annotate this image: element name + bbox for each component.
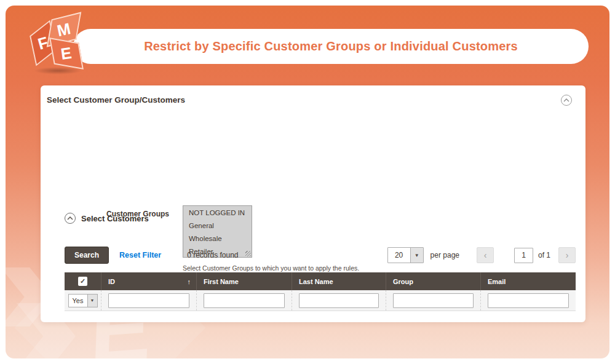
caret-down-icon[interactable]: ▼: [410, 248, 423, 263]
grid-header-group[interactable]: Group: [386, 272, 480, 290]
header-banner: Restrict by Specific Customer Groups or …: [73, 29, 589, 64]
filter-cell-email: [480, 290, 576, 311]
filter-cell-last-name: [292, 290, 386, 311]
chevron-right-icon: ›: [566, 250, 569, 260]
customer-group-option[interactable]: NOT LOGGED IN: [183, 206, 252, 219]
select-customers-header: Select Customers: [65, 213, 149, 224]
per-page-select[interactable]: 20 ▼: [387, 247, 424, 263]
grid-header-row: ✓ ID ↑ First Name Last Name Group Email: [65, 272, 576, 290]
pagination-controls: 20 ▼ per page ‹ of 1 ›: [387, 247, 576, 263]
grid-header-email[interactable]: Email: [480, 272, 576, 290]
logo-shadow: [34, 67, 82, 74]
reset-filter-link[interactable]: Reset Filter: [119, 251, 161, 259]
filter-cell-group: [386, 290, 480, 311]
grid-header-select-all[interactable]: ✓: [65, 272, 101, 290]
screenshot-root: E Restrict by Specific Customer Groups o…: [0, 0, 615, 364]
records-found-text: 0 records found: [187, 251, 238, 259]
grid-header-last-name[interactable]: Last Name: [292, 272, 386, 290]
page-background: E Restrict by Specific Customer Groups o…: [6, 6, 609, 358]
group-filter-input[interactable]: [393, 293, 474, 308]
select-all-checkbox[interactable]: ✓: [78, 277, 87, 286]
fme-logo: F M E: [26, 15, 90, 79]
chevron-up-icon: [67, 216, 73, 220]
logo-face-e: E: [49, 38, 84, 69]
chevron-left-icon: ‹: [484, 250, 487, 260]
per-page-value: 20: [388, 248, 410, 263]
grid-header-id[interactable]: ID ↑: [101, 272, 196, 290]
grid-toolbar: Search Reset Filter 0 records found 20 ▼…: [65, 247, 576, 264]
id-filter-input[interactable]: [108, 293, 189, 308]
search-button[interactable]: Search: [65, 247, 109, 264]
page-number-input[interactable]: [514, 248, 533, 263]
select-customer-group-panel: Select Customer Group/Customers Customer…: [41, 85, 585, 322]
customer-group-option[interactable]: General: [183, 219, 252, 232]
sort-asc-icon: ↑: [188, 278, 191, 285]
customer-groups-help-text: Select Customer Groups to which you want…: [183, 264, 359, 272]
chevron-up-icon: [563, 98, 569, 102]
customer-group-option[interactable]: Wholesale: [183, 232, 252, 245]
email-filter-input[interactable]: [488, 293, 569, 308]
filter-cell-select: Yes ▼: [65, 290, 101, 311]
page-title: Restrict by Specific Customer Groups or …: [144, 39, 518, 53]
grid-header-first-name[interactable]: First Name: [196, 272, 292, 290]
page-count-text: of 1: [538, 251, 550, 259]
select-customers-collapse-button[interactable]: [65, 213, 76, 224]
last-name-filter-input[interactable]: [299, 293, 379, 308]
per-page-label: per page: [430, 251, 459, 259]
panel-title: Select Customer Group/Customers: [47, 95, 185, 105]
grid-filter-row: Yes ▼: [65, 290, 576, 311]
panel-collapse-button[interactable]: [561, 95, 572, 106]
selected-filter-dropdown[interactable]: Yes ▼: [68, 294, 98, 307]
select-customers-title: Select Customers: [81, 214, 149, 223]
next-page-button[interactable]: ›: [558, 247, 576, 263]
check-icon: ✓: [80, 277, 85, 285]
caret-down-icon[interactable]: ▼: [87, 295, 97, 307]
first-name-filter-input[interactable]: [204, 293, 285, 308]
customers-grid: ✓ ID ↑ First Name Last Name Group Email …: [65, 272, 576, 311]
filter-cell-id: [101, 290, 196, 311]
selected-filter-value: Yes: [69, 295, 87, 307]
previous-page-button[interactable]: ‹: [477, 247, 494, 263]
filter-cell-first-name: [196, 290, 292, 311]
